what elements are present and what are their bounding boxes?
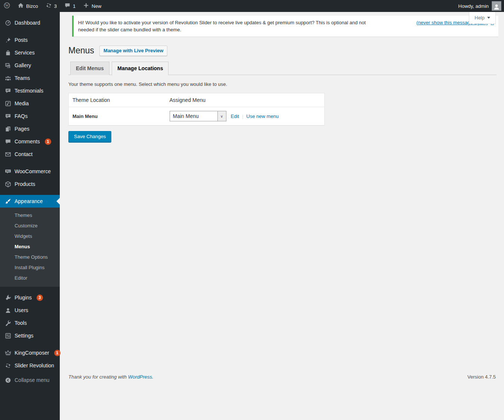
submenu-item-install-plugins[interactable]: Install Plugins [0, 262, 60, 273]
column-header-assigned-menu: Assigned Menu [166, 93, 325, 107]
sidebar-item-plugins[interactable]: Plugins3 [0, 291, 60, 304]
selected-menu-value: Main Menu [170, 111, 217, 121]
wordpress-logo-menu[interactable]: W [0, 0, 14, 12]
help-tab[interactable]: Help [469, 12, 496, 24]
sidebar-item-label: Gallery [15, 62, 31, 69]
sidebar-item-kingcomposer[interactable]: KingComposer1 [0, 346, 60, 359]
admin-footer: Thank you for creating with WordPress. V… [68, 374, 497, 380]
account-menu[interactable]: Howdy, admin [458, 0, 504, 12]
notice-text: Hi! Would you like to activate your vers… [78, 19, 377, 33]
envelope-icon [4, 151, 11, 158]
user-icon [4, 307, 11, 314]
sidebar-item-appearance[interactable]: Appearance [0, 195, 60, 208]
site-name: Bizco [26, 3, 38, 9]
avatar [492, 1, 501, 11]
submenu-item-editor[interactable]: Editor [0, 273, 60, 283]
menu-locations-table: Theme Location Assigned Menu Main Menu M… [68, 93, 325, 125]
sidebar-item-woocommerce[interactable]: WooWooCommerce [0, 165, 60, 178]
sidebar-item-products[interactable]: Products [0, 178, 60, 190]
count-badge: 1 [45, 139, 51, 145]
pushpin-icon [4, 37, 11, 43]
menu-separator [0, 287, 60, 291]
sidebar-item-contact[interactable]: Contact [0, 148, 60, 161]
sidebar-item-label: Pages [15, 125, 30, 132]
sidebar-item-label: Contact [15, 151, 33, 158]
comment-bubble-icon [64, 2, 71, 10]
admin-bar-left: W Bizco 3 1 New [0, 0, 105, 12]
page-title: Menus [68, 45, 94, 56]
nav-tabs: Edit Menus Manage Locations [68, 61, 497, 75]
sidebar-item-tools[interactable]: Tools [0, 317, 60, 329]
table-row: Main Menu Main Menu ∨ Edit | Use new men… [69, 107, 325, 125]
sidebar-item-settings[interactable]: Settings [0, 329, 60, 342]
sidebar-item-label: Media [15, 100, 29, 107]
sidebar-item-dashboard[interactable]: Dashboard [0, 16, 60, 29]
revslider-notice: Hi! Would you like to activate your vers… [72, 16, 498, 37]
sidebar-item-label: Tools [15, 320, 27, 326]
sidebar-item-collapse-menu[interactable]: Collapse menu [0, 374, 60, 386]
menu-separator [0, 29, 60, 34]
sidebar-item-teams[interactable]: Teams [0, 72, 60, 84]
sidebar-item-faqs[interactable]: FAQs [0, 110, 60, 122]
pages-icon [4, 125, 11, 132]
count-badge: 3 [37, 295, 43, 301]
sidebar-item-posts[interactable]: Posts [0, 34, 60, 46]
sidebar-item-slider-revolution[interactable]: Slider Revolution [0, 359, 60, 372]
wordpress-link[interactable]: WordPress [128, 374, 152, 380]
edit-menu-link[interactable]: Edit [231, 113, 239, 119]
menu-separator [0, 190, 60, 195]
appearance-submenu: ThemesCustomizeWidgetsMenusTheme Options… [0, 208, 60, 287]
sidebar-item-label: FAQs [15, 113, 28, 119]
save-changes-button[interactable]: Save Changes [68, 131, 111, 142]
submenu-item-themes[interactable]: Themes [0, 210, 60, 221]
sidebar-item-label: Posts [15, 37, 28, 43]
plug-icon [4, 294, 11, 301]
sidebar-item-label: Plugins [15, 294, 32, 301]
sidebar-item-testimonials[interactable]: Testimonials [0, 84, 60, 97]
submenu-item-widgets[interactable]: Widgets [0, 231, 60, 242]
comments-menu[interactable]: 1 [61, 0, 79, 12]
tab-manage-locations[interactable]: Manage Locations [112, 62, 168, 75]
main-content: Help Hi! Would you like to activate your… [60, 12, 504, 420]
sidebar-item-label: WooCommerce [15, 168, 51, 175]
site-menu[interactable]: Bizco [14, 0, 42, 12]
sidebar-item-label: Slider Revolution [15, 362, 54, 369]
submenu-item-customize[interactable]: Customize [0, 221, 60, 231]
sidebar-item-label: Comments [15, 138, 40, 145]
updates-count: 3 [54, 3, 57, 9]
sidebar-item-media[interactable]: Media [0, 97, 60, 110]
use-new-menu-link[interactable]: Use new menu [246, 113, 279, 119]
tab-edit-menus[interactable]: Edit Menus [70, 62, 109, 75]
menu-separator [0, 161, 60, 165]
assigned-menu-select[interactable]: Main Menu ∨ [170, 111, 226, 121]
sidebar-item-comments[interactable]: Comments1 [0, 135, 60, 148]
wordpress-logo-icon: W [4, 2, 10, 10]
paintbrush-icon [4, 198, 11, 205]
updates-menu[interactable]: 3 [42, 0, 61, 12]
howdy-text: Howdy, admin [458, 3, 489, 9]
updates-icon [46, 2, 52, 10]
submenu-item-theme-options[interactable]: Theme Options [0, 252, 60, 262]
theme-location-name: Main Menu [69, 107, 166, 125]
sidebar-item-label: Teams [15, 75, 30, 81]
gallery-icon [4, 62, 11, 69]
page-description: Your theme supports one menu. Select whi… [68, 81, 497, 87]
admin-bar: W Bizco 3 1 New How [0, 0, 504, 12]
sidebar-item-label: Appearance [15, 198, 43, 205]
sidebar-item-users[interactable]: Users [0, 304, 60, 317]
product-box-icon [4, 181, 11, 187]
media-icon [4, 100, 11, 107]
new-menu[interactable]: New [79, 0, 105, 12]
svg-text:W: W [5, 3, 9, 7]
manage-live-preview-button[interactable]: Manage with Live Preview [99, 46, 167, 56]
sidebar-item-label: Products [15, 181, 35, 187]
sidebar-item-pages[interactable]: Pages [0, 122, 60, 135]
submenu-item-menus[interactable]: Menus [0, 242, 60, 252]
current-menu-arrow [56, 198, 60, 205]
sidebar-item-services[interactable]: Services [0, 46, 60, 59]
sidebar-item-gallery[interactable]: Gallery [0, 59, 60, 72]
sidebar-item-label: Users [15, 307, 28, 314]
woocommerce-icon: Woo [4, 168, 11, 175]
faq-bubble-icon [4, 113, 11, 119]
sidebar-item-label: Collapse menu [15, 377, 49, 383]
